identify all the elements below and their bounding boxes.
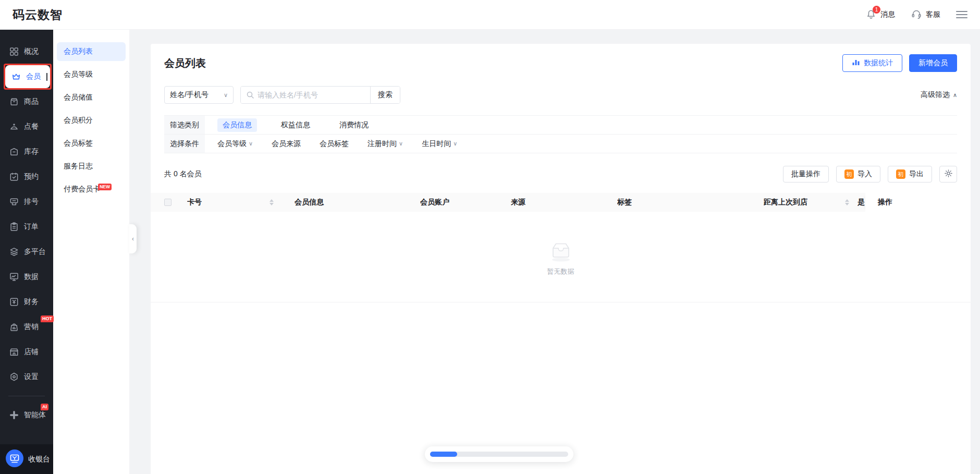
monitor-chart-icon — [9, 272, 19, 282]
col-card-no: 卡号 — [187, 198, 202, 207]
scrollbar-thumb[interactable] — [430, 452, 457, 457]
cashier-button[interactable]: 收银台 — [0, 444, 53, 474]
menu-icon[interactable] — [956, 11, 967, 18]
sort-card-no[interactable] — [270, 199, 274, 205]
sidebar-item-inventory[interactable]: 库存 — [0, 139, 53, 164]
calendar-check-icon — [9, 172, 19, 182]
submenu-member-level[interactable]: 会员等级 — [57, 65, 126, 84]
gear-icon — [944, 169, 953, 179]
import-button[interactable]: 初 导入 — [836, 166, 880, 183]
layers-icon — [9, 247, 19, 257]
bag-chart-icon — [9, 322, 19, 332]
inventory-icon — [9, 147, 19, 157]
sidebar-item-goods[interactable]: 商品 — [0, 89, 53, 114]
sidebar-item-finance[interactable]: 财务 — [0, 289, 53, 314]
text-cursor — [46, 73, 47, 81]
submenu-member-points[interactable]: 会员积分 — [57, 111, 126, 130]
column-settings-button[interactable] — [939, 166, 957, 183]
condition-member-source[interactable]: 会员来源 — [272, 139, 301, 149]
condition-birthday-time[interactable]: 生日时间∨ — [422, 139, 457, 149]
col-operations: 操作 — [865, 193, 971, 212]
submenu-service-log[interactable]: 服务日志 — [57, 157, 126, 176]
template-badge-icon: 初 — [896, 169, 905, 179]
headset-icon — [911, 8, 922, 21]
sidebar-item-booking[interactable]: 预约 — [0, 164, 53, 189]
empty-inbox-icon — [546, 238, 575, 263]
cloche-icon — [9, 121, 19, 132]
select-all-checkbox[interactable] — [164, 199, 172, 206]
chevron-down-icon: ∨ — [399, 140, 403, 147]
add-member-button[interactable]: 新增会员 — [909, 54, 957, 72]
sidebar-item-multiplatform[interactable]: 多平台 — [0, 239, 53, 264]
sidebar-item-data[interactable]: 数据 — [0, 264, 53, 289]
bar-chart-icon — [852, 58, 860, 68]
search-input-group: 搜索 — [240, 86, 400, 104]
support-button[interactable]: 客服 — [911, 8, 940, 21]
sidebar-item-store[interactable]: 店铺 — [0, 339, 53, 364]
search-button[interactable]: 搜索 — [370, 87, 400, 103]
col-source: 来源 — [511, 198, 617, 207]
filter-category-label: 筛选类别 — [164, 116, 205, 134]
col-member-account: 会员账户 — [420, 198, 511, 207]
new-badge: NEW — [98, 184, 112, 190]
sidebar-item-ordering[interactable]: 点餐 — [0, 114, 53, 139]
bell-icon: 1 — [865, 9, 877, 20]
chevron-up-icon: ∧ — [953, 92, 957, 99]
horizontal-scrollbar — [425, 446, 573, 462]
chevron-down-icon: ∨ — [453, 140, 457, 147]
search-field-select[interactable]: 姓名/手机号 ∨ — [164, 86, 234, 104]
col-last-visit: 距离上次到店 — [764, 198, 807, 207]
filter-category-consumption[interactable]: 消费情况 — [334, 118, 374, 132]
table-header: 卡号 会员信息 会员账户 来源 标签 距离上次到店 是 操作 — [151, 193, 971, 212]
search-icon — [246, 91, 254, 99]
messages-badge: 1 — [873, 6, 880, 14]
submenu-paid-member-card[interactable]: 付费会员卡 NEW — [57, 180, 126, 199]
sidebar-item-marketing[interactable]: 营销 HOT — [0, 314, 53, 339]
col-tags: 标签 — [617, 198, 764, 207]
col-member-info: 会员信息 — [295, 198, 420, 207]
sidebar-item-queue[interactable]: 排号 — [0, 189, 53, 214]
export-button[interactable]: 初 导出 — [888, 166, 932, 183]
batch-actions-button[interactable]: 批量操作 — [783, 166, 829, 183]
primary-sidebar: 概况 会员 商品 点餐 库存 预约 排号 订单 — [0, 30, 53, 474]
chevron-down-icon: ∨ — [249, 140, 253, 147]
messages-label: 消息 — [880, 10, 895, 19]
submenu-member-tags[interactable]: 会员标签 — [57, 134, 126, 153]
sidebar-item-member[interactable]: 会员 — [5, 65, 50, 88]
ai-agent-icon — [9, 410, 19, 420]
sidebar-item-overview[interactable]: 概况 — [0, 39, 53, 64]
messages-button[interactable]: 1 消息 — [865, 9, 895, 20]
submenu-member-list[interactable]: 会员列表 — [57, 42, 126, 61]
sidebar-collapse-handle[interactable]: ‹ — [129, 224, 137, 253]
sidebar-item-settings[interactable]: 设置 — [0, 364, 53, 390]
condition-member-level[interactable]: 会员等级∨ — [217, 139, 253, 149]
scrollbar-track[interactable] — [430, 452, 568, 457]
sort-last-visit[interactable] — [845, 199, 849, 205]
member-list-card: 会员列表 数据统计 新增会员 姓名/手机号 ∨ — [151, 44, 971, 474]
settings-icon — [9, 372, 19, 382]
secondary-sidebar: 会员列表 会员等级 会员储值 会员积分 会员标签 服务日志 付费会员卡 NEW — [53, 30, 129, 474]
filter-category-member-info[interactable]: 会员信息 — [217, 118, 257, 132]
data-stats-button[interactable]: 数据统计 — [842, 54, 902, 72]
main-content: 会员列表 数据统计 新增会员 姓名/手机号 ∨ — [129, 30, 980, 474]
sidebar-item-agent[interactable]: 智能体 AI — [0, 403, 53, 428]
ai-badge: AI — [41, 404, 48, 410]
filter-category-rights-info[interactable]: 权益信息 — [276, 118, 315, 132]
advanced-filter-toggle[interactable]: 高级筛选 ∧ — [921, 90, 957, 100]
page-title: 会员列表 — [164, 56, 206, 70]
goods-icon — [9, 96, 19, 107]
sidebar-item-orders[interactable]: 订单 — [0, 214, 53, 239]
hot-badge: HOT — [41, 315, 54, 322]
sidebar-divider — [8, 396, 45, 396]
yuan-icon — [9, 297, 19, 307]
condition-register-time[interactable]: 注册时间∨ — [368, 139, 403, 149]
submenu-member-stored-value[interactable]: 会员储值 — [57, 88, 126, 107]
app-logo: 码云数智 — [13, 7, 63, 23]
empty-text: 暂无数据 — [547, 267, 574, 276]
ticket-machine-icon — [9, 197, 19, 207]
filter-condition-label: 选择条件 — [164, 135, 205, 153]
search-input[interactable] — [241, 87, 370, 103]
filter-panel: 筛选类别 会员信息 权益信息 消费情况 选择条件 会员等级∨ 会员来源 会员标签… — [164, 115, 957, 153]
storefront-icon — [9, 347, 19, 357]
condition-member-tag[interactable]: 会员标签 — [320, 139, 349, 149]
